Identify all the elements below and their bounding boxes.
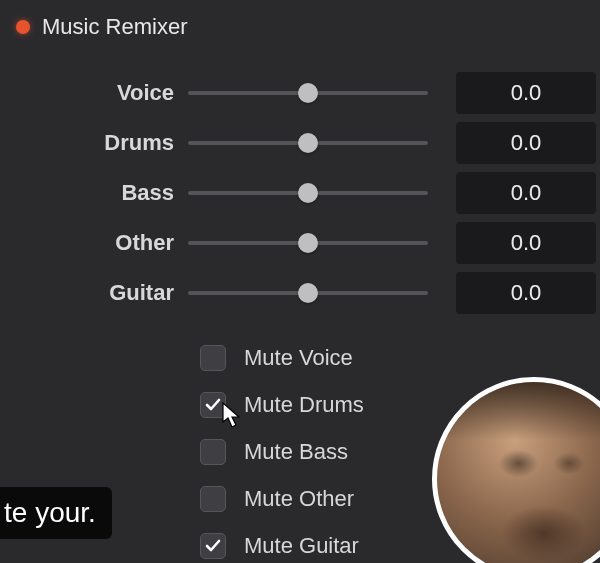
panel-header: Music Remixer <box>0 0 600 48</box>
bass-slider[interactable] <box>188 183 428 203</box>
guitar-slider[interactable] <box>188 283 428 303</box>
voice-slider[interactable] <box>188 83 428 103</box>
slider-label: Guitar <box>0 280 188 306</box>
mute-drums-label: Mute Drums <box>244 392 364 418</box>
mute-other-checkbox[interactable] <box>200 486 226 512</box>
mute-bass-label: Mute Bass <box>244 439 348 465</box>
slider-thumb-icon[interactable] <box>298 283 318 303</box>
other-value[interactable]: 0.0 <box>456 222 596 264</box>
slider-row-voice: Voice 0.0 <box>0 68 600 118</box>
slider-thumb-icon[interactable] <box>298 183 318 203</box>
check-row-voice: Mute Voice <box>0 334 600 381</box>
mute-drums-checkbox[interactable] <box>200 392 226 418</box>
enable-dot-icon[interactable] <box>16 20 30 34</box>
voice-value[interactable]: 0.0 <box>456 72 596 114</box>
bass-value[interactable]: 0.0 <box>456 172 596 214</box>
mute-voice-checkbox[interactable] <box>200 345 226 371</box>
slider-thumb-icon[interactable] <box>298 133 318 153</box>
slider-row-bass: Bass 0.0 <box>0 168 600 218</box>
slider-label: Drums <box>0 130 188 156</box>
slider-label: Other <box>0 230 188 256</box>
checkmark-icon <box>204 537 222 555</box>
drums-value[interactable]: 0.0 <box>456 122 596 164</box>
slider-row-drums: Drums 0.0 <box>0 118 600 168</box>
caption-overlay: te your. <box>0 487 112 539</box>
mute-voice-label: Mute Voice <box>244 345 353 371</box>
mute-guitar-checkbox[interactable] <box>200 533 226 559</box>
mute-bass-checkbox[interactable] <box>200 439 226 465</box>
slider-label: Voice <box>0 80 188 106</box>
slider-row-other: Other 0.0 <box>0 218 600 268</box>
other-slider[interactable] <box>188 233 428 253</box>
slider-thumb-icon[interactable] <box>298 83 318 103</box>
panel-title: Music Remixer <box>42 14 187 40</box>
slider-label: Bass <box>0 180 188 206</box>
mute-other-label: Mute Other <box>244 486 354 512</box>
slider-row-guitar: Guitar 0.0 <box>0 268 600 318</box>
drums-slider[interactable] <box>188 133 428 153</box>
sliders-group: Voice 0.0 Drums 0.0 Bass 0.0 Other 0.0 G… <box>0 48 600 328</box>
checkmark-icon <box>204 396 222 414</box>
slider-thumb-icon[interactable] <box>298 233 318 253</box>
guitar-value[interactable]: 0.0 <box>456 272 596 314</box>
mute-guitar-label: Mute Guitar <box>244 533 359 559</box>
